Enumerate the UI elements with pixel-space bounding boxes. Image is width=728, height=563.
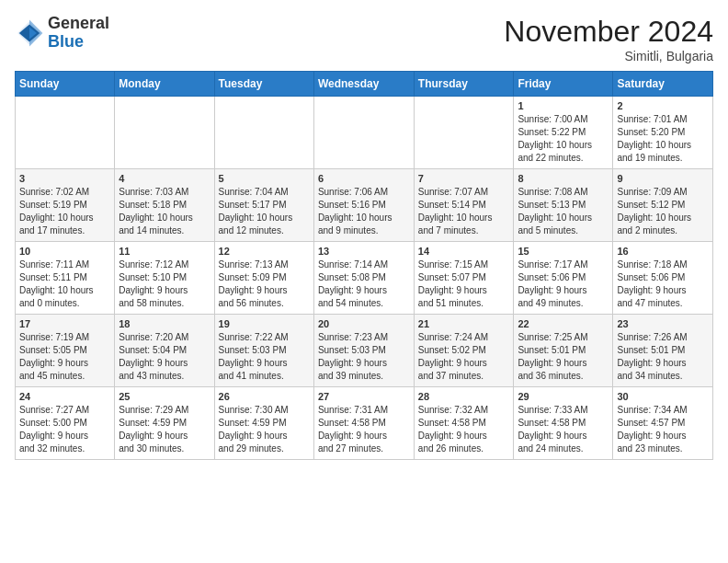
day-number: 22 xyxy=(518,318,609,329)
calendar-cell: 27Sunrise: 7:31 AMSunset: 4:58 PMDayligh… xyxy=(313,387,414,460)
calendar-table: SundayMondayTuesdayWednesdayThursdayFrid… xyxy=(15,71,713,460)
calendar-cell: 2Sunrise: 7:01 AMSunset: 5:20 PMDaylight… xyxy=(613,97,713,169)
day-info: Sunrise: 7:13 AMSunset: 5:09 PMDaylight:… xyxy=(219,259,310,310)
calendar-cell: 1Sunrise: 7:00 AMSunset: 5:22 PMDaylight… xyxy=(514,97,613,169)
day-info: Sunrise: 7:18 AMSunset: 5:06 PMDaylight:… xyxy=(617,259,709,310)
calendar-cell: 5Sunrise: 7:04 AMSunset: 5:17 PMDaylight… xyxy=(214,169,313,242)
day-number: 10 xyxy=(19,246,110,257)
calendar-header-row: SundayMondayTuesdayWednesdayThursdayFrid… xyxy=(16,72,713,97)
calendar-cell: 19Sunrise: 7:22 AMSunset: 5:03 PMDayligh… xyxy=(214,315,313,387)
day-number: 15 xyxy=(518,246,609,257)
day-info: Sunrise: 7:19 AMSunset: 5:05 PMDaylight:… xyxy=(19,331,110,383)
weekday-header: Monday xyxy=(115,72,214,97)
day-number: 25 xyxy=(119,391,210,402)
day-info: Sunrise: 7:04 AMSunset: 5:17 PMDaylight:… xyxy=(219,186,310,237)
day-info: Sunrise: 7:26 AMSunset: 5:01 PMDaylight:… xyxy=(617,331,709,383)
calendar-cell: 11Sunrise: 7:12 AMSunset: 5:10 PMDayligh… xyxy=(115,242,214,315)
calendar-cell: 4Sunrise: 7:03 AMSunset: 5:18 PMDaylight… xyxy=(115,169,214,242)
calendar-cell xyxy=(214,97,313,169)
day-number: 2 xyxy=(617,100,709,111)
logo-text: General Blue xyxy=(48,15,109,52)
calendar-week-row: 17Sunrise: 7:19 AMSunset: 5:05 PMDayligh… xyxy=(16,315,713,387)
day-info: Sunrise: 7:15 AMSunset: 5:07 PMDaylight:… xyxy=(418,259,510,310)
day-number: 3 xyxy=(19,173,110,184)
calendar-week-row: 3Sunrise: 7:02 AMSunset: 5:19 PMDaylight… xyxy=(16,169,713,242)
calendar-cell: 29Sunrise: 7:33 AMSunset: 4:58 PMDayligh… xyxy=(514,387,613,460)
day-number: 17 xyxy=(19,318,110,329)
calendar-cell: 13Sunrise: 7:14 AMSunset: 5:08 PMDayligh… xyxy=(313,242,414,315)
day-info: Sunrise: 7:32 AMSunset: 4:58 PMDaylight:… xyxy=(418,404,510,455)
calendar-cell: 25Sunrise: 7:29 AMSunset: 4:59 PMDayligh… xyxy=(115,387,214,460)
calendar-cell xyxy=(16,97,115,169)
day-number: 30 xyxy=(617,391,709,402)
day-info: Sunrise: 7:23 AMSunset: 5:03 PMDaylight:… xyxy=(318,331,410,383)
day-number: 23 xyxy=(617,318,709,329)
day-info: Sunrise: 7:09 AMSunset: 5:12 PMDaylight:… xyxy=(617,186,709,237)
day-number: 28 xyxy=(418,391,510,402)
day-info: Sunrise: 7:01 AMSunset: 5:20 PMDaylight:… xyxy=(617,113,709,165)
logo-icon xyxy=(15,18,44,48)
day-info: Sunrise: 7:24 AMSunset: 5:02 PMDaylight:… xyxy=(418,331,510,383)
day-info: Sunrise: 7:17 AMSunset: 5:06 PMDaylight:… xyxy=(518,259,609,310)
calendar-week-row: 10Sunrise: 7:11 AMSunset: 5:11 PMDayligh… xyxy=(16,242,713,315)
day-number: 5 xyxy=(219,173,310,184)
day-info: Sunrise: 7:02 AMSunset: 5:19 PMDaylight:… xyxy=(19,186,110,237)
day-number: 24 xyxy=(19,391,110,402)
calendar-cell xyxy=(414,97,514,169)
day-number: 1 xyxy=(518,100,609,111)
month-title: November 2024 xyxy=(504,15,713,49)
day-number: 20 xyxy=(318,318,410,329)
day-number: 29 xyxy=(518,391,609,402)
calendar-cell: 24Sunrise: 7:27 AMSunset: 5:00 PMDayligh… xyxy=(16,387,115,460)
day-info: Sunrise: 7:14 AMSunset: 5:08 PMDaylight:… xyxy=(318,259,410,310)
day-info: Sunrise: 7:08 AMSunset: 5:13 PMDaylight:… xyxy=(518,186,609,237)
weekday-header: Saturday xyxy=(613,72,713,97)
day-info: Sunrise: 7:07 AMSunset: 5:14 PMDaylight:… xyxy=(418,186,510,237)
day-info: Sunrise: 7:29 AMSunset: 4:59 PMDaylight:… xyxy=(119,404,210,455)
calendar-cell: 20Sunrise: 7:23 AMSunset: 5:03 PMDayligh… xyxy=(313,315,414,387)
title-block: November 2024 Simitli, Bulgaria xyxy=(504,15,713,63)
day-number: 12 xyxy=(219,246,310,257)
weekday-header: Thursday xyxy=(414,72,514,97)
day-number: 4 xyxy=(119,173,210,184)
calendar-cell: 3Sunrise: 7:02 AMSunset: 5:19 PMDaylight… xyxy=(16,169,115,242)
day-number: 19 xyxy=(219,318,310,329)
weekday-header: Sunday xyxy=(16,72,115,97)
day-number: 26 xyxy=(219,391,310,402)
calendar-cell: 9Sunrise: 7:09 AMSunset: 5:12 PMDaylight… xyxy=(613,169,713,242)
calendar-cell xyxy=(313,97,414,169)
calendar-cell: 15Sunrise: 7:17 AMSunset: 5:06 PMDayligh… xyxy=(514,242,613,315)
day-number: 9 xyxy=(617,173,709,184)
calendar-cell: 6Sunrise: 7:06 AMSunset: 5:16 PMDaylight… xyxy=(313,169,414,242)
calendar-cell: 16Sunrise: 7:18 AMSunset: 5:06 PMDayligh… xyxy=(613,242,713,315)
day-number: 6 xyxy=(318,173,410,184)
weekday-header: Tuesday xyxy=(214,72,313,97)
location: Simitli, Bulgaria xyxy=(504,49,713,63)
calendar-week-row: 1Sunrise: 7:00 AMSunset: 5:22 PMDaylight… xyxy=(16,97,713,169)
logo: General Blue xyxy=(15,15,109,52)
weekday-header: Wednesday xyxy=(313,72,414,97)
day-info: Sunrise: 7:34 AMSunset: 4:57 PMDaylight:… xyxy=(617,404,709,455)
day-info: Sunrise: 7:12 AMSunset: 5:10 PMDaylight:… xyxy=(119,259,210,310)
calendar-cell: 17Sunrise: 7:19 AMSunset: 5:05 PMDayligh… xyxy=(16,315,115,387)
day-info: Sunrise: 7:31 AMSunset: 4:58 PMDaylight:… xyxy=(318,404,410,455)
calendar-cell: 28Sunrise: 7:32 AMSunset: 4:58 PMDayligh… xyxy=(414,387,514,460)
day-info: Sunrise: 7:00 AMSunset: 5:22 PMDaylight:… xyxy=(518,113,609,165)
calendar-cell: 7Sunrise: 7:07 AMSunset: 5:14 PMDaylight… xyxy=(414,169,514,242)
day-number: 21 xyxy=(418,318,510,329)
calendar-cell xyxy=(115,97,214,169)
day-number: 11 xyxy=(119,246,210,257)
day-number: 18 xyxy=(119,318,210,329)
calendar-week-row: 24Sunrise: 7:27 AMSunset: 5:00 PMDayligh… xyxy=(16,387,713,460)
day-info: Sunrise: 7:25 AMSunset: 5:01 PMDaylight:… xyxy=(518,331,609,383)
calendar-cell: 14Sunrise: 7:15 AMSunset: 5:07 PMDayligh… xyxy=(414,242,514,315)
calendar-cell: 10Sunrise: 7:11 AMSunset: 5:11 PMDayligh… xyxy=(16,242,115,315)
day-number: 13 xyxy=(318,246,410,257)
page-header: General Blue November 2024 Simitli, Bulg… xyxy=(15,15,713,63)
day-info: Sunrise: 7:22 AMSunset: 5:03 PMDaylight:… xyxy=(219,331,310,383)
day-number: 14 xyxy=(418,246,510,257)
calendar-cell: 26Sunrise: 7:30 AMSunset: 4:59 PMDayligh… xyxy=(214,387,313,460)
calendar-cell: 8Sunrise: 7:08 AMSunset: 5:13 PMDaylight… xyxy=(514,169,613,242)
day-number: 27 xyxy=(318,391,410,402)
day-info: Sunrise: 7:20 AMSunset: 5:04 PMDaylight:… xyxy=(119,331,210,383)
